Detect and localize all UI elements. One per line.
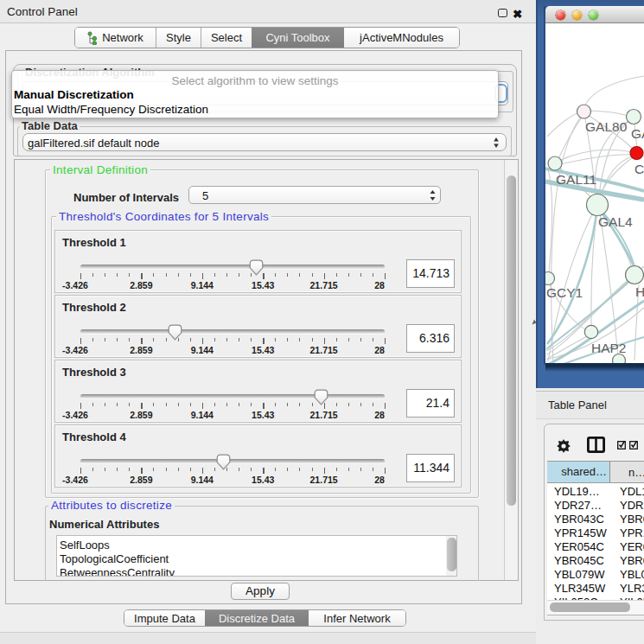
svg-text:GAL80: GAL80 [585, 119, 628, 134]
svg-text:GA: GA [631, 126, 644, 141]
svg-text:GAL11: GAL11 [556, 172, 596, 187]
svg-text:GAL4: GAL4 [598, 214, 633, 229]
svg-text:C: C [634, 162, 644, 176]
svg-text:GCY1: GCY1 [546, 285, 583, 300]
svg-text:H: H [635, 284, 644, 299]
svg-text:HAP2: HAP2 [591, 341, 627, 355]
